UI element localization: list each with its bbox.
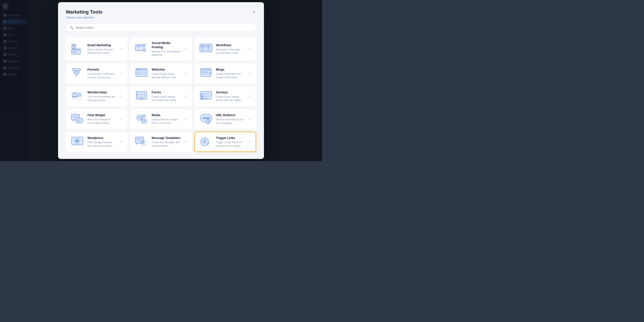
svg-point-31 xyxy=(140,69,141,70)
svg-rect-14 xyxy=(206,45,210,48)
svg-rect-65 xyxy=(142,119,146,123)
social-media-name: Social Media Posting xyxy=(152,41,180,49)
email-marketing-desc: Deliver Emails That Get Opened And Click… xyxy=(88,48,116,55)
svg-rect-21 xyxy=(74,71,79,73)
memberships-desc: Turn Your Knowledge Into Training Course… xyxy=(88,95,116,102)
funnels-desc: Convert More Traffic And Increase Conver… xyxy=(88,72,116,79)
memberships-info: MembershipsTurn Your Knowledge Into Trai… xyxy=(88,90,116,102)
svg-text:www: www xyxy=(202,116,210,120)
tool-card-funnels[interactable]: FunnelsConvert More Traffic And Increase… xyxy=(66,63,128,84)
url-redirect-icon: www xyxy=(199,113,213,125)
forms-arrow: → xyxy=(184,94,188,98)
funnels-name: Funnels xyxy=(88,68,116,72)
media-name: Media xyxy=(152,113,180,117)
svg-rect-76 xyxy=(136,138,142,139)
svg-point-63 xyxy=(138,117,140,119)
email-marketing-name: Email Marketing xyxy=(88,43,116,47)
svg-rect-80 xyxy=(141,143,144,144)
modal-header: Marketing Tools Choose your selection × xyxy=(66,9,256,19)
svg-rect-38 xyxy=(202,73,210,73)
chat-widget-arrow: → xyxy=(119,117,123,121)
svg-rect-55 xyxy=(203,98,208,99)
svg-rect-58 xyxy=(72,117,76,118)
svg-rect-46 xyxy=(137,95,145,97)
tool-card-memberships[interactable]: MembershipsTurn Your Knowledge Into Trai… xyxy=(66,86,128,106)
svg-text:♥: ♥ xyxy=(144,50,145,52)
tool-card-social-media[interactable]: ♥ Social Media PostingManage Your Social… xyxy=(130,37,192,61)
tool-card-forms[interactable]: FormsCreate Great Looking Forms With No … xyxy=(130,86,192,106)
svg-rect-45 xyxy=(137,93,145,95)
blogs-name: Blogs xyxy=(216,68,245,72)
social-media-desc: Manage Your Social Media Marketing xyxy=(152,50,180,57)
modal-subtitle: Choose your selection xyxy=(66,16,102,19)
tool-card-email-marketing[interactable]: Email MarketingDeliver Emails That Get O… xyxy=(66,37,128,61)
workflows-icon xyxy=(199,43,213,55)
svg-rect-37 xyxy=(202,72,208,72)
trigger-links-desc: Trigger events based on when the link is… xyxy=(216,141,245,148)
social-media-icon: ♥ xyxy=(134,43,148,55)
surveys-name: Surveys xyxy=(216,90,245,94)
svg-point-66 xyxy=(142,120,144,121)
svg-rect-2 xyxy=(72,51,77,52)
url-redirect-name: URL Redirect xyxy=(216,113,245,117)
blogs-icon xyxy=(199,67,213,80)
social-media-info: Social Media PostingManage Your Social M… xyxy=(152,41,180,57)
svg-rect-13 xyxy=(201,45,204,48)
trigger-links-name: Trigger Links xyxy=(216,136,245,140)
url-redirect-info: URL RedirectDomain forwarding for all yo… xyxy=(216,113,245,125)
wordpress-arrow: → xyxy=(119,139,123,144)
message-templates-desc: Create text messages and email templates xyxy=(152,141,180,148)
surveys-info: SurveysCreate Great Looking Survey With … xyxy=(216,90,245,102)
wordpress-info: WordpressFully managed hosting with spee… xyxy=(88,136,116,148)
svg-rect-39 xyxy=(202,74,208,75)
svg-rect-34 xyxy=(142,74,146,75)
svg-text:A: A xyxy=(143,140,145,143)
modal-title: Marketing Tools xyxy=(66,9,102,15)
svg-rect-1 xyxy=(72,49,80,50)
tool-card-media[interactable]: MediaOrganize All Your Digital Files In … xyxy=(130,109,192,129)
media-icon xyxy=(134,113,148,125)
surveys-arrow: → xyxy=(248,94,252,98)
tool-card-blogs[interactable]: BlogsCreate A Blog With Our Powerful Pos… xyxy=(194,63,256,84)
chat-widget-info: Chat WidgetMake Your Website A Conversat… xyxy=(88,113,116,125)
workflows-name: Workflows xyxy=(216,43,245,47)
tool-card-wordpress[interactable]: W WordpressFully managed hosting with sp… xyxy=(66,132,128,152)
workflows-desc: Automation That Helps Your Business Scal… xyxy=(216,48,245,55)
email-marketing-icon xyxy=(70,43,84,55)
tool-card-websites[interactable]: WebsitesCreate A High Quality Website Wi… xyxy=(130,63,192,84)
tool-card-surveys[interactable]: SurveysCreate Great Looking Survey With … xyxy=(194,86,256,106)
surveys-desc: Create Great Looking Survey With No Codi… xyxy=(216,95,245,102)
svg-rect-77 xyxy=(136,140,141,140)
tool-card-workflows[interactable]: WorkflowsAutomation That Helps Your Busi… xyxy=(194,37,256,61)
memberships-icon xyxy=(70,90,84,102)
email-marketing-info: Email MarketingDeliver Emails That Get O… xyxy=(88,43,116,55)
url-redirect-desc: Domain forwarding for all your webpages xyxy=(216,118,245,125)
blogs-desc: Create A Blog With Our Powerful Post Edi… xyxy=(216,72,245,79)
close-button[interactable]: × xyxy=(252,9,256,15)
tool-card-chat-widget[interactable]: Chat WidgetMake Your Website A Conversat… xyxy=(66,109,128,129)
svg-rect-16 xyxy=(206,49,210,51)
tool-card-url-redirect[interactable]: www URL RedirectDomain forwarding for al… xyxy=(194,109,256,129)
forms-name: Forms xyxy=(152,90,180,94)
svg-point-50 xyxy=(201,93,202,95)
workflows-arrow: → xyxy=(248,47,252,51)
tool-card-message-templates[interactable]: T A Message TemplatesCreate text message… xyxy=(130,132,192,152)
svg-point-67 xyxy=(144,120,145,121)
svg-rect-33 xyxy=(142,72,146,73)
blogs-arrow: → xyxy=(248,71,252,76)
svg-rect-8 xyxy=(136,47,141,47)
forms-desc: Create Great Looking Forms With No Codin… xyxy=(152,95,180,102)
media-arrow: → xyxy=(184,117,188,121)
svg-rect-3 xyxy=(72,52,76,53)
media-info: MediaOrganize All Your Digital Files In … xyxy=(152,113,180,125)
chat-widget-icon xyxy=(70,113,84,125)
tool-card-trigger-links[interactable]: Trigger LinksTrigger events based on whe… xyxy=(194,132,256,152)
websites-arrow: → xyxy=(184,71,188,76)
url-redirect-arrow: → xyxy=(248,117,252,121)
search-input[interactable] xyxy=(76,26,252,29)
svg-text:W: W xyxy=(76,139,79,143)
svg-rect-57 xyxy=(72,116,78,117)
forms-info: FormsCreate Great Looking Forms With No … xyxy=(152,90,180,102)
wordpress-desc: Fully managed hosting with speed and sup… xyxy=(88,141,116,148)
message-templates-icon: T A xyxy=(134,136,148,148)
